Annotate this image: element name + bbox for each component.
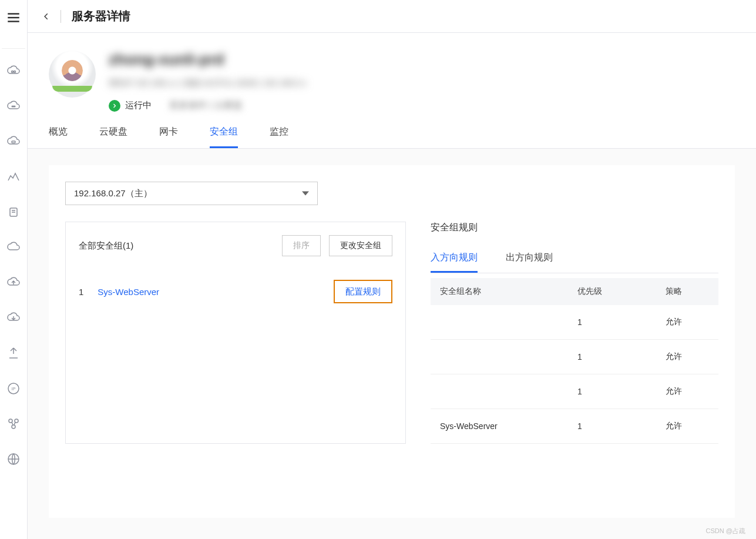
col-policy: 策略 [660, 278, 718, 305]
table-row: 1 允许 [431, 305, 718, 340]
main-tabs: 概览 云硬盘 网卡 安全组 监控 [28, 118, 756, 149]
tab-disk[interactable]: 云硬盘 [99, 118, 127, 148]
status-extra: 更多操作 | 云硬盘 [169, 99, 243, 112]
tab-monitor[interactable]: 监控 [270, 118, 288, 148]
sg-name-link[interactable]: Sys-WebServer [98, 287, 159, 297]
col-sg-name: 安全组名称 [431, 278, 572, 305]
hamburger-menu-icon[interactable] [4, 8, 23, 27]
status-badge: 运行中 [109, 100, 152, 112]
security-groups-panel: 全部安全组(1) 排序 更改安全组 1 Sys-WebServer 配 [65, 222, 406, 444]
backup-icon[interactable] [4, 203, 23, 222]
server-header: zhong-xunli-prd 弹性IP 192.168.x.x | 规格 4v… [28, 33, 756, 118]
monitor-icon[interactable] [4, 168, 23, 186]
table-row: 1 允许 [431, 340, 718, 374]
top-bar: 服务器详情 [28, 0, 756, 33]
back-button[interactable] [38, 8, 55, 25]
ip-select[interactable]: 192.168.0.27（主） [65, 182, 318, 205]
status-running-icon [109, 100, 120, 112]
tab-nic[interactable]: 网卡 [159, 118, 178, 148]
svg-text:IP: IP [12, 387, 16, 391]
deploy-icon[interactable] [4, 344, 23, 363]
server-meta: 弹性IP 192.168.x.x | 规格 4vCPUs 16GB | 192.… [109, 78, 735, 89]
table-row: 1 允许 [431, 374, 718, 409]
globe-icon[interactable] [4, 450, 23, 468]
table-row: Sys-WebServer 1 允许 [431, 409, 718, 444]
ip-icon[interactable]: IP [4, 379, 23, 398]
status-text: 运行中 [125, 100, 152, 111]
all-sg-label: 全部安全组(1) [79, 240, 133, 252]
cloud-download-icon[interactable] [4, 309, 23, 327]
cloud-disk-icon[interactable] [4, 132, 23, 151]
rule-direction-tabs: 入方向规则 出方向规则 [431, 245, 718, 273]
rules-title: 安全组规则 [431, 222, 718, 234]
sort-button[interactable]: 排序 [282, 235, 321, 256]
change-sg-button[interactable]: 更改安全组 [329, 235, 392, 256]
chevron-down-icon [302, 192, 309, 196]
svg-point-3 [12, 71, 14, 73]
topology-icon[interactable] [4, 414, 23, 433]
tab-overview[interactable]: 概览 [49, 118, 68, 148]
server-os-logo [49, 51, 96, 98]
svg-rect-8 [12, 141, 15, 143]
svg-point-7 [14, 106, 15, 107]
svg-point-4 [14, 71, 16, 73]
col-priority: 优先级 [572, 278, 660, 305]
rules-panel: 安全组规则 入方向规则 出方向规则 安全组名称 优先级 策略 1 [431, 222, 718, 444]
svg-point-14 [12, 425, 15, 428]
rules-table: 安全组名称 优先级 策略 1 允许 1 允许 [431, 278, 718, 444]
watermark: CSDN @占疏 [706, 527, 745, 535]
tab-inbound[interactable]: 入方向规则 [431, 245, 478, 273]
configure-rules-button[interactable]: 配置规则 [334, 280, 392, 303]
ip-select-value: 192.168.0.27（主） [74, 188, 152, 199]
divider [61, 10, 61, 23]
cloud-outline-icon[interactable] [4, 238, 23, 257]
tab-security-group[interactable]: 安全组 [210, 118, 238, 148]
server-name: zhong-xunli-prd [109, 51, 735, 69]
page-title: 服务器详情 [72, 8, 130, 24]
cloud-icon[interactable] [4, 97, 23, 116]
cloud-server-icon[interactable] [4, 62, 23, 81]
sg-item: 1 Sys-WebServer 配置规则 [79, 280, 392, 303]
tab-outbound[interactable]: 出方向规则 [506, 245, 553, 273]
sidebar: IP [0, 0, 28, 539]
cloud-upload-icon[interactable] [4, 273, 23, 292]
sg-index: 1 [79, 287, 83, 297]
